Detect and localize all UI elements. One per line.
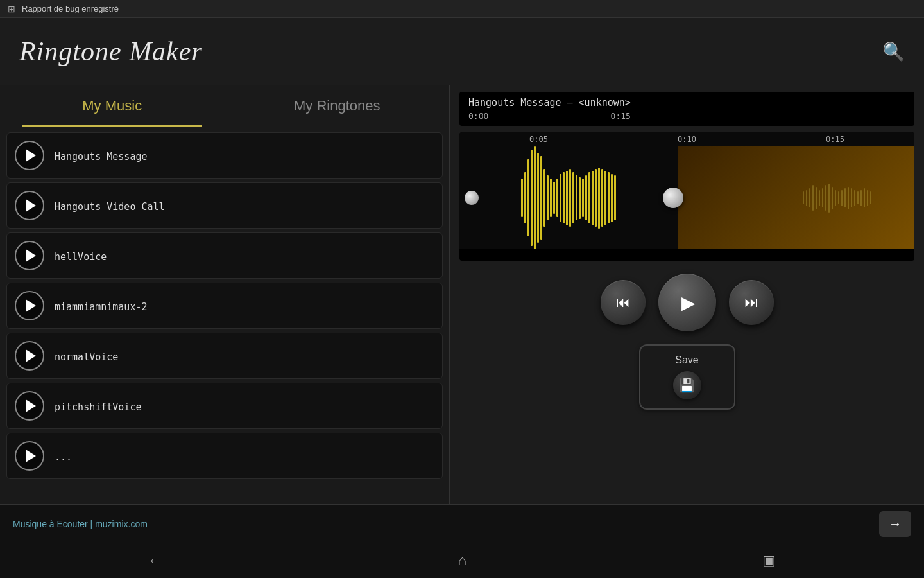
song-title: miammiamnimaux-2 — [55, 301, 148, 313]
tab-bar: My Music My Ringtones — [0, 85, 449, 127]
footer-ad-label: Musique à Ecouter | — [13, 519, 95, 529]
save-icon: 💾 — [673, 371, 701, 399]
song-info: Hangouts Video Call — [55, 198, 165, 213]
play-triangle-icon — [26, 349, 36, 362]
android-nav-bar: ← ⌂ ▣ — [0, 543, 924, 578]
wave-bar — [531, 150, 533, 246]
wave-bar — [524, 172, 526, 223]
waveform-canvas[interactable] — [459, 146, 914, 249]
wave-bars-active — [502, 146, 635, 249]
time-marker-1: 0:05 — [529, 135, 548, 144]
wave-bar-faint — [841, 190, 843, 206]
wave-bar-faint — [832, 187, 833, 209]
wave-bar — [527, 159, 529, 236]
tab-my-music[interactable]: My Music — [0, 85, 225, 127]
time-end: 0:15 — [611, 111, 631, 121]
wave-bar — [582, 179, 584, 217]
status-text: Rapport de bug enregistré — [22, 4, 119, 13]
song-play-button[interactable] — [15, 141, 44, 170]
wave-bar — [563, 172, 565, 223]
wave-bar — [537, 153, 539, 243]
wave-bar — [550, 179, 552, 217]
next-button[interactable]: ⏭ — [729, 280, 774, 325]
wave-bar-faint — [806, 190, 807, 206]
waveform-container[interactable]: 0:05 0:10 0:15 — [459, 132, 914, 261]
song-info: Hangouts Message — [55, 148, 148, 162]
wave-bar-faint — [867, 190, 868, 206]
app-title: Ringtone Maker — [19, 36, 203, 67]
footer-ad-text: Musique à Ecouter | muzimix.com — [13, 519, 148, 529]
song-play-button[interactable] — [15, 191, 44, 220]
footer-arrow-button[interactable]: → — [879, 511, 911, 537]
scrubber-knob[interactable] — [663, 188, 683, 208]
song-item[interactable]: hellVoice — [6, 232, 443, 279]
wave-bar-faint — [816, 187, 817, 209]
wave-bar — [585, 175, 587, 220]
waveform-left — [459, 146, 678, 249]
wave-bar — [595, 169, 597, 227]
waveform-timebar: 0:05 0:10 0:15 — [459, 132, 914, 146]
song-title: Hangouts Video Call — [55, 201, 165, 213]
wave-bar-faint — [819, 190, 820, 206]
tab-my-ringtones[interactable]: My Ringtones — [225, 85, 450, 127]
song-item[interactable]: normalVoice — [6, 333, 443, 379]
song-play-button[interactable] — [15, 291, 44, 320]
time-display: 0:00 0:15 — [468, 111, 631, 121]
handle-ball — [465, 191, 479, 205]
time-start: 0:00 — [468, 111, 488, 121]
wave-bar-faint — [812, 185, 814, 211]
play-triangle-icon — [26, 149, 36, 162]
wave-bar — [608, 172, 610, 223]
song-title: normalVoice — [55, 351, 118, 363]
right-panel: Hangouts Message – <unknown> 0:00 0:15 0… — [449, 85, 924, 504]
status-bar: ⊞ Rapport de bug enregistré — [0, 0, 924, 18]
footer-ad-link[interactable]: muzimix.com — [95, 519, 148, 529]
wave-bar-faint — [809, 188, 810, 207]
play-button[interactable]: ▶ — [658, 274, 716, 331]
song-item[interactable]: ... — [6, 433, 443, 479]
wave-bar — [604, 171, 606, 225]
wave-bar-faint — [844, 188, 846, 207]
nav-home-button[interactable]: ⌂ — [458, 552, 466, 569]
search-button[interactable]: 🔍 — [882, 41, 905, 62]
song-item[interactable]: miammiamnimaux-2 — [6, 283, 443, 329]
song-item[interactable]: pitchshiftVoice — [6, 383, 443, 429]
transport-controls: ⏮ ▶ ⏭ — [459, 274, 914, 331]
play-triangle-icon — [26, 199, 36, 212]
song-play-button[interactable] — [15, 441, 44, 471]
wave-bar — [521, 179, 523, 217]
footer-ad: Musique à Ecouter | muzimix.com → — [0, 504, 924, 543]
song-play-button[interactable] — [15, 391, 44, 421]
song-item[interactable]: Hangouts Message — [6, 132, 443, 179]
nav-back-button[interactable]: ← — [148, 552, 162, 569]
wave-bar — [572, 172, 574, 223]
app-header: Ringtone Maker 🔍 — [0, 18, 924, 85]
song-play-button[interactable] — [15, 341, 44, 371]
prev-button[interactable]: ⏮ — [601, 280, 646, 325]
wave-bar-faint — [854, 190, 855, 206]
wave-bar — [579, 177, 581, 219]
wave-bar — [547, 175, 549, 220]
wave-bar-faint — [848, 187, 849, 209]
wave-bar — [540, 156, 542, 240]
wave-bar — [576, 175, 578, 220]
song-title: hellVoice — [55, 251, 107, 263]
song-play-button[interactable] — [15, 241, 44, 270]
save-button[interactable]: Save 💾 — [639, 344, 735, 410]
wave-bar — [588, 172, 590, 223]
play-triangle-icon — [26, 399, 36, 412]
song-info: pitchshiftVoice — [55, 399, 141, 413]
next-icon: ⏭ — [744, 294, 758, 311]
wave-bar — [614, 175, 616, 220]
wave-bar — [601, 169, 603, 227]
song-list: Hangouts Message Hangouts Video Call hel… — [0, 127, 449, 504]
nav-recent-button[interactable]: ▣ — [762, 552, 776, 569]
wave-bar — [534, 146, 536, 249]
main-content: My Music My Ringtones Hangouts Message — [0, 85, 924, 504]
play-triangle-icon — [26, 450, 36, 462]
prev-icon: ⏮ — [616, 294, 630, 311]
left-handle[interactable] — [464, 146, 479, 249]
waveform-right — [678, 146, 914, 249]
song-title: ... — [55, 451, 72, 463]
song-item[interactable]: Hangouts Video Call — [6, 182, 443, 229]
